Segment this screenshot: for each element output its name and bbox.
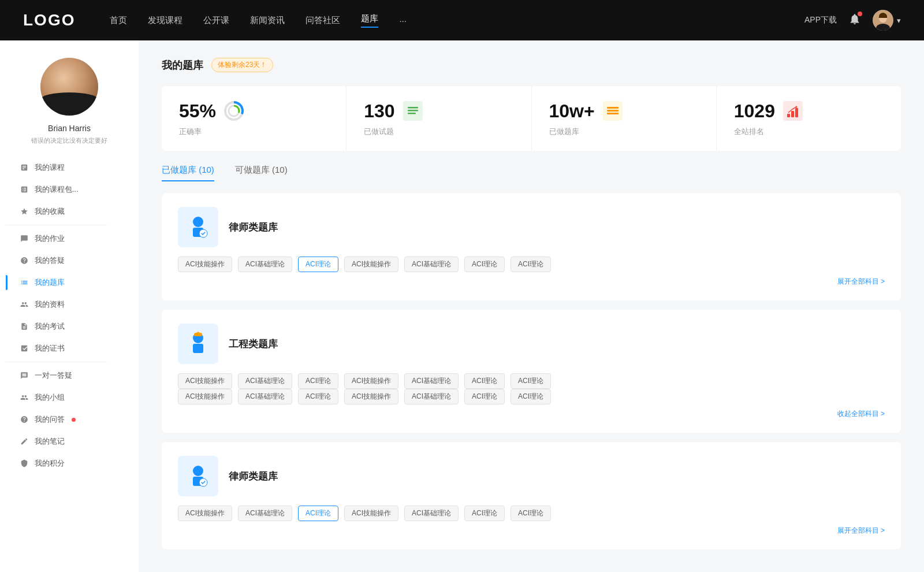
tag-2b-0[interactable]: ACI技能操作 bbox=[178, 389, 232, 404]
sidebar-item-qna[interactable]: 我的答疑 bbox=[6, 250, 133, 272]
bank-title-lawyer-2: 律师类题库 bbox=[229, 470, 278, 483]
sidebar-item-collection[interactable]: 我的收藏 bbox=[6, 200, 133, 222]
tab-available-banks[interactable]: 可做题库 (10) bbox=[235, 165, 288, 181]
tag-1-3[interactable]: ACI技能操作 bbox=[344, 257, 398, 272]
tag-3-6[interactable]: ACI理论 bbox=[511, 506, 551, 521]
star-icon bbox=[20, 207, 29, 216]
sidebar-label-my-qa: 我的问答 bbox=[35, 414, 65, 425]
nav-bank[interactable]: 题库 bbox=[361, 13, 378, 28]
bank-tags-1: ACI技能操作 ACI基础理论 ACI理论 ACI技能操作 ACI基础理论 AC… bbox=[178, 257, 885, 272]
nav-home[interactable]: 首页 bbox=[110, 15, 127, 26]
tag-1-1[interactable]: ACI基础理论 bbox=[238, 257, 292, 272]
svg-rect-8 bbox=[408, 107, 418, 109]
user-photo bbox=[40, 58, 98, 116]
sidebar-item-bank[interactable]: 我的题库 bbox=[6, 272, 133, 294]
nav-open-course[interactable]: 公开课 bbox=[203, 15, 229, 26]
logo[interactable]: LOGO bbox=[23, 11, 75, 29]
user-avatar-button[interactable]: ▾ bbox=[873, 10, 901, 31]
tag-2a-6[interactable]: ACI理论 bbox=[511, 373, 551, 389]
sidebar-label-collection: 我的收藏 bbox=[35, 206, 65, 217]
svg-rect-17 bbox=[791, 111, 794, 117]
bank-card-lawyer-1: 律师类题库 ACI技能操作 ACI基础理论 ACI理论 ACI技能操作 ACI基… bbox=[162, 193, 901, 300]
tag-3-4[interactable]: ACI基础理论 bbox=[404, 506, 459, 521]
sidebar-label-package: 我的课程包... bbox=[35, 184, 79, 195]
sidebar-item-points[interactable]: 我的积分 bbox=[6, 452, 133, 474]
sidebar-item-group[interactable]: 我的小组 bbox=[6, 387, 133, 408]
notification-bell[interactable] bbox=[848, 13, 861, 28]
sidebar-user-motto: 错误的决定比没有决定要好 bbox=[31, 136, 107, 145]
tag-1-5[interactable]: ACI理论 bbox=[464, 257, 505, 272]
profile-icon bbox=[20, 300, 29, 309]
bank-tags-3: ACI技能操作 ACI基础理论 ACI理论 ACI技能操作 ACI基础理论 AC… bbox=[178, 506, 885, 521]
main-layout: Brian Harris 错误的决定比没有决定要好 我的课程 我的课程包... bbox=[0, 40, 924, 572]
sidebar-label-exam: 我的考试 bbox=[35, 321, 65, 332]
tag-2a-2[interactable]: ACI理论 bbox=[298, 373, 338, 389]
sidebar-item-profile[interactable]: 我的资料 bbox=[6, 294, 133, 315]
tag-2a-4[interactable]: ACI基础理论 bbox=[404, 373, 459, 389]
svg-point-26 bbox=[193, 466, 203, 476]
question-icon bbox=[20, 256, 29, 265]
tag-3-2[interactable]: ACI理论 bbox=[298, 506, 338, 521]
tag-1-0[interactable]: ACI技能操作 bbox=[178, 257, 232, 272]
tag-2a-1[interactable]: ACI基础理论 bbox=[238, 373, 292, 389]
tag-3-5[interactable]: ACI理论 bbox=[464, 506, 505, 521]
bank-lawyer-icon-2 bbox=[178, 456, 218, 496]
tag-2b-2[interactable]: ACI理论 bbox=[298, 389, 338, 404]
tag-2b-4[interactable]: ACI基础理论 bbox=[404, 389, 459, 404]
sidebar-item-my-qa[interactable]: 我的问答 bbox=[6, 408, 133, 430]
sidebar-user-avatar bbox=[40, 58, 98, 116]
nav-news[interactable]: 新闻资讯 bbox=[250, 15, 285, 26]
notification-dot bbox=[858, 12, 862, 16]
trial-badge: 体验剩余23天！ bbox=[211, 58, 273, 72]
collapse-bank-2[interactable]: 收起全部科目 > bbox=[178, 409, 885, 419]
header-chevron: ▾ bbox=[897, 16, 901, 25]
sidebar-label-qna: 我的答疑 bbox=[35, 255, 65, 266]
nav-more[interactable]: ··· bbox=[399, 16, 407, 25]
tag-3-1[interactable]: ACI基础理论 bbox=[238, 506, 292, 521]
nav-qa[interactable]: 问答社区 bbox=[305, 15, 340, 26]
homework-icon bbox=[20, 234, 29, 243]
tag-2b-1[interactable]: ACI基础理论 bbox=[238, 389, 292, 404]
bank-card-engineer: 工程类题库 ACI技能操作 ACI基础理论 ACI理论 ACI技能操作 ACI基… bbox=[162, 310, 901, 433]
tag-2b-6[interactable]: ACI理论 bbox=[511, 389, 551, 404]
tab-done-banks[interactable]: 已做题库 (10) bbox=[162, 165, 214, 181]
app-download-button[interactable]: APP下载 bbox=[804, 15, 837, 25]
tag-3-3[interactable]: ACI技能操作 bbox=[344, 506, 398, 521]
tag-2b-5[interactable]: ACI理论 bbox=[464, 389, 505, 404]
page-title: 我的题库 bbox=[162, 58, 203, 72]
stat-done-value: 130 bbox=[364, 101, 394, 122]
pie-chart-icon bbox=[223, 100, 245, 122]
sidebar-item-one-on-one[interactable]: 一对一答疑 bbox=[6, 365, 133, 387]
svg-rect-12 bbox=[607, 107, 619, 109]
tag-1-2[interactable]: ACI理论 bbox=[298, 257, 338, 272]
sidebar-item-exam[interactable]: 我的考试 bbox=[6, 315, 133, 337]
tag-1-6[interactable]: ACI理论 bbox=[511, 257, 551, 272]
expand-bank-1[interactable]: 展开全部科目 > bbox=[178, 277, 885, 287]
sidebar-item-notes[interactable]: 我的笔记 bbox=[6, 430, 133, 452]
sidebar-item-homework[interactable]: 我的作业 bbox=[6, 228, 133, 250]
bank-card-header-2: 工程类题库 bbox=[178, 324, 885, 364]
bank-card-header-1: 律师类题库 bbox=[178, 207, 885, 247]
stat-rank-top: 1029 bbox=[734, 100, 884, 122]
sidebar-item-certificate[interactable]: 我的证书 bbox=[6, 337, 133, 359]
sidebar-label-homework: 我的作业 bbox=[35, 233, 65, 244]
stat-accuracy-label: 正确率 bbox=[179, 127, 329, 137]
sidebar-item-course[interactable]: 我的课程 bbox=[6, 157, 133, 179]
tag-3-0[interactable]: ACI技能操作 bbox=[178, 506, 232, 521]
sidebar-item-package[interactable]: 我的课程包... bbox=[6, 179, 133, 200]
stats-row: 55% 正确率 130 bbox=[162, 86, 901, 151]
tag-2a-3[interactable]: ACI技能操作 bbox=[344, 373, 398, 389]
tag-2b-3[interactable]: ACI技能操作 bbox=[344, 389, 398, 404]
svg-rect-16 bbox=[787, 114, 790, 117]
nav-courses[interactable]: 发现课程 bbox=[148, 15, 182, 26]
header-avatar bbox=[873, 10, 893, 31]
tag-2a-0[interactable]: ACI技能操作 bbox=[178, 373, 232, 389]
tag-2a-5[interactable]: ACI理论 bbox=[464, 373, 505, 389]
package-icon bbox=[20, 185, 29, 194]
svg-point-20 bbox=[193, 217, 203, 227]
sidebar-divider-2 bbox=[6, 362, 107, 362]
expand-bank-3[interactable]: 展开全部科目 > bbox=[178, 526, 885, 536]
tag-1-4[interactable]: ACI基础理论 bbox=[404, 257, 459, 272]
sidebar-label-certificate: 我的证书 bbox=[35, 343, 65, 354]
stat-banks-top: 10w+ bbox=[549, 100, 699, 122]
